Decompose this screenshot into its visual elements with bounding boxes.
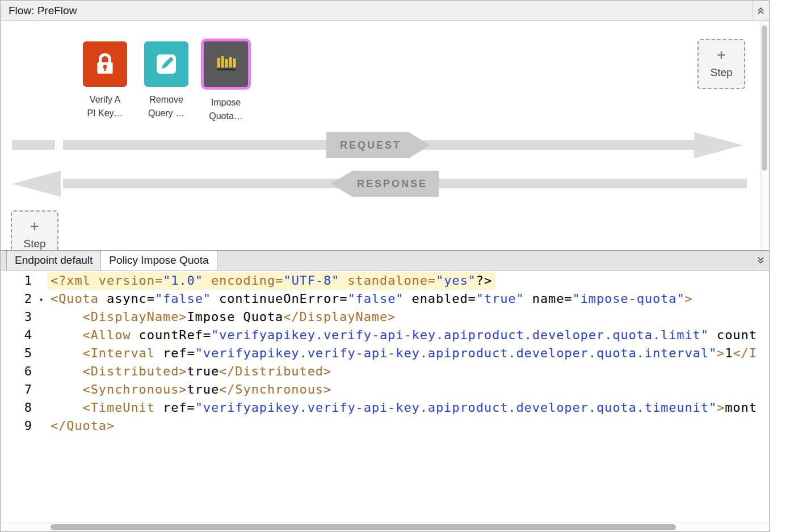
collapse-editor-button[interactable] xyxy=(752,251,769,270)
api-proxy-flow-window: Flow: PreFlow Verify A PI Key… xyxy=(0,0,770,532)
line-number: 9 xyxy=(1,417,32,435)
code-line[interactable]: 3 <DisplayName>Impose Quota</DisplayName… xyxy=(1,308,769,326)
lock-icon xyxy=(83,41,127,87)
flow-vertical-scrollbar[interactable] xyxy=(760,21,769,250)
collapse-flow-button[interactable] xyxy=(752,1,769,20)
policy-verify-api-key[interactable]: Verify A PI Key… xyxy=(74,41,136,120)
plus-icon: + xyxy=(699,44,744,66)
line-number: 5 xyxy=(1,344,32,362)
editor-tabbar: Endpoint default Policy Impose Quota xyxy=(1,250,769,271)
code-text: <Synchronous>true</Synchronous> xyxy=(51,381,331,399)
add-step-button-request[interactable]: + Step xyxy=(697,39,745,89)
quota-bars-icon xyxy=(201,39,251,90)
code-line[interactable]: 9</Quota> xyxy=(1,417,769,435)
code-line[interactable]: 5 <Interval ref="verifyapikey.verify-api… xyxy=(1,344,769,362)
line-number: 4 xyxy=(1,326,32,344)
plus-icon: + xyxy=(12,215,57,238)
policy-label: Remove Query … xyxy=(148,93,184,120)
add-step-button-response[interactable]: + Step xyxy=(11,210,58,250)
policy-impose-quota[interactable]: Impose Quota… xyxy=(195,39,257,123)
policy-label: Verify A PI Key… xyxy=(87,93,123,120)
flow-titlebar: Flow: PreFlow xyxy=(1,1,769,21)
code-text: <Interval ref="verifyapikey.verify-api-k… xyxy=(51,344,757,362)
policy-label: Impose Quota… xyxy=(209,96,243,123)
request-label-badge: REQUEST xyxy=(326,132,430,158)
line-number: 6 xyxy=(1,362,32,381)
line-number: 8 xyxy=(1,399,32,417)
code-lines: 1<?xml version="1.0" encoding="UTF-8" st… xyxy=(1,271,769,435)
pencil-icon xyxy=(144,41,188,87)
fold-spacer xyxy=(32,417,51,435)
fold-spacer xyxy=(32,362,51,381)
line-number: 3 xyxy=(1,308,32,326)
scrollbar-thumb[interactable] xyxy=(762,26,767,171)
code-text: </Quota> xyxy=(51,417,115,435)
code-line[interactable]: 2▾<Quota async="false" continueOnError="… xyxy=(1,290,769,308)
fold-spacer xyxy=(32,326,51,344)
response-arrowhead-icon xyxy=(12,171,61,197)
code-line[interactable]: 7 <Synchronous>true</Synchronous> xyxy=(1,381,769,399)
fold-spacer xyxy=(32,308,51,326)
editor-horizontal-scrollbar[interactable] xyxy=(1,522,769,531)
code-text: <DisplayName>Impose Quota</DisplayName> xyxy=(51,308,396,326)
code-text: <Allow countRef="verifyapikey.verify-api… xyxy=(51,326,757,344)
code-line[interactable]: 4 <Allow countRef="verifyapikey.verify-a… xyxy=(1,326,769,344)
code-line[interactable]: 8 <TimeUnit ref="verifyapikey.verify-api… xyxy=(1,399,769,417)
response-label-badge: RESPONSE xyxy=(331,171,439,197)
line-number: 2 xyxy=(1,290,32,308)
code-editor[interactable]: 1<?xml version="1.0" encoding="UTF-8" st… xyxy=(1,271,769,531)
flow-title: Flow: PreFlow xyxy=(9,5,77,17)
line-number: 1 xyxy=(1,272,32,290)
policy-remove-query[interactable]: Remove Query … xyxy=(135,41,198,120)
request-arrowhead-icon xyxy=(694,132,743,158)
tab-policy-impose-quota[interactable]: Policy Impose Quota xyxy=(101,251,217,270)
tab-endpoint-default[interactable]: Endpoint default xyxy=(6,251,101,270)
code-line[interactable]: 6 <Distributed>true</Distributed> xyxy=(1,362,769,381)
fold-spacer xyxy=(32,344,51,362)
fold-spacer xyxy=(32,399,51,417)
line-number: 7 xyxy=(1,381,32,399)
request-arrow-stub xyxy=(12,140,55,150)
flow-canvas: Verify A PI Key… Remove Query … xyxy=(1,21,769,250)
code-text: <Quota async="false" continueOnError="fa… xyxy=(51,290,693,308)
code-line[interactable]: 1<?xml version="1.0" encoding="UTF-8" st… xyxy=(1,272,769,290)
chevrons-down-icon xyxy=(757,256,765,265)
fold-marker-icon[interactable]: ▾ xyxy=(32,290,51,308)
code-text: <TimeUnit ref="verifyapikey.verify-api-k… xyxy=(51,399,757,417)
scrollbar-thumb[interactable] xyxy=(51,524,676,530)
code-text: <Distributed>true</Distributed> xyxy=(51,362,331,381)
code-text: <?xml version="1.0" encoding="UTF-8" sta… xyxy=(47,272,495,290)
fold-spacer xyxy=(32,381,51,399)
chevrons-up-icon xyxy=(757,6,765,15)
